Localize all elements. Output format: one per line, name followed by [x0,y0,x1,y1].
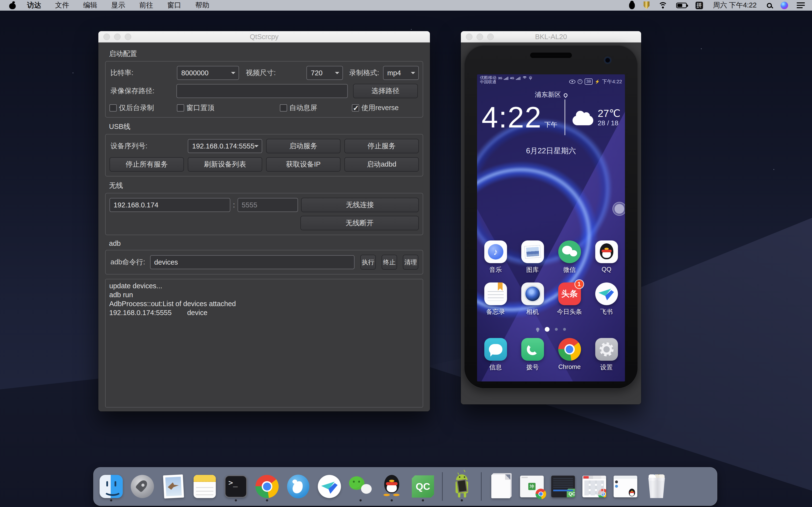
checkbox-background-record[interactable]: 仅后台录制 [109,103,177,113]
checkbox-use-reverse[interactable]: 使用reverse [352,103,399,113]
music-app-icon[interactable]: ♪ [484,240,507,263]
checkbox-screen-off[interactable]: 自动息屏 [280,103,352,113]
dock-minimized-window-qq-chat[interactable] [613,471,638,501]
minimize-button[interactable] [476,34,483,40]
spotlight-search-icon[interactable] [767,3,772,8]
notes-app-icon[interactable] [484,282,507,305]
menu-item-finder[interactable]: 访达 [20,0,48,10]
dialer-app-icon[interactable] [521,338,544,361]
zoom-button[interactable] [487,34,494,40]
feishu-app-icon[interactable] [595,282,618,305]
record-format-combobox[interactable]: mp4 [383,66,419,80]
checkbox-box[interactable] [280,104,287,112]
checkbox-always-on-top[interactable]: 窗口置顶 [177,103,280,113]
finder-icon[interactable] [100,475,123,498]
dock-trash[interactable] [645,471,669,501]
checkbox-box[interactable] [177,104,184,112]
stop-all-services-button[interactable]: 停止所有服务 [109,157,184,172]
battery-icon[interactable] [676,3,687,8]
feishu-icon[interactable] [318,475,341,498]
menu-item-help[interactable]: 帮助 [188,0,216,10]
video-size-combobox[interactable]: 720 [306,66,343,80]
wifi-icon[interactable] [658,2,667,8]
device-serial-combobox[interactable]: 192.168.0.174:5555 [188,139,262,153]
minimized-window-thumbnail[interactable]: 坤 [520,475,544,497]
chrome-app-icon[interactable] [558,338,581,361]
get-device-ip-button[interactable]: 获取设备IP [266,157,341,172]
dock-terminal[interactable]: >_ [224,471,248,501]
minimized-window-thumbnail[interactable] [614,475,637,497]
minimized-window-thumbnail[interactable]: QC [551,475,575,497]
adb-command-input[interactable]: devices [150,255,355,269]
refresh-device-list-button[interactable]: 刷新设备列表 [188,157,262,172]
terminal-icon[interactable]: >_ [225,475,247,498]
zoom-button[interactable] [125,34,131,40]
app-chrome[interactable]: Chrome [551,338,588,372]
qq-icon[interactable] [380,474,403,499]
notification-center-icon[interactable] [797,2,805,8]
dock-launchpad[interactable] [130,471,154,501]
dock-minimized-window-code[interactable]: QC [551,471,575,501]
adb-output-console[interactable]: update devices... adb run AdbProcess::ou… [105,279,423,407]
wireless-disconnect-button[interactable]: 无线断开 [300,216,419,230]
app-gallery[interactable]: 图库 [514,240,551,274]
notes-icon[interactable] [194,475,216,498]
dock-sealion-app[interactable] [286,471,310,501]
dock-minimized-window-kun[interactable]: 坤 [520,471,544,501]
qq-app-icon[interactable] [595,240,618,263]
documents-stack-icon[interactable] [491,475,510,498]
app-messages[interactable]: 信息 [477,338,514,372]
menu-bar-clock[interactable]: 周六 下午4:22 [712,0,758,10]
app-wechat[interactable]: 微信 [551,240,588,274]
qtscrcpy-titlebar[interactable]: QtScrcpy [98,31,430,43]
dock-wechat[interactable] [349,471,373,501]
trash-icon[interactable] [646,474,667,499]
location-row[interactable]: 浦东新区 [477,90,625,99]
wechat-icon[interactable] [349,475,373,498]
dock-qq[interactable] [379,471,404,501]
dock-feishu[interactable] [317,471,342,501]
dock-documents-stack[interactable] [489,471,513,501]
app-feishu[interactable]: 飞书 [588,282,625,316]
start-service-button[interactable]: 启动服务 [266,139,341,153]
toutiao-app-icon[interactable]: 头条 1 [558,282,581,305]
menu-item-go[interactable]: 前往 [132,0,160,10]
app-settings[interactable]: 设置 [588,338,625,372]
clock-weather-widget[interactable]: 4:22 下午 27℃ 28 / 18 [477,100,625,135]
dock-qtscrcpy[interactable]: QC [411,471,435,501]
dock-finder[interactable] [99,471,123,501]
adb-clear-button[interactable]: 清理 [403,255,418,270]
menu-item-view[interactable]: 显示 [104,0,132,10]
camera-app-icon[interactable] [521,282,544,305]
sealion-app-icon[interactable] [287,475,309,498]
shield-status-icon[interactable] [644,1,650,9]
chrome-icon[interactable] [255,475,278,498]
dock-minimized-window-webpage[interactable] [582,471,606,501]
messages-app-icon[interactable] [484,338,507,361]
adb-run-button[interactable]: 执行 [360,255,376,270]
menu-item-file[interactable]: 文件 [48,0,76,10]
app-dialer[interactable]: 拨号 [514,338,551,372]
qtscrcpy-icon[interactable]: QC [412,475,434,498]
bitrate-combobox[interactable]: 8000000 [177,66,239,80]
android-robot-icon[interactable] [450,474,473,499]
app-toutiao[interactable]: 头条 1 今日头条 [551,282,588,316]
close-button[interactable] [103,34,110,40]
siri-icon[interactable] [780,2,788,9]
checkbox-box[interactable] [109,104,117,112]
app-camera[interactable]: 相机 [514,282,551,316]
wireless-ip-input[interactable]: 192.168.0.174 [109,198,230,212]
phone-window-titlebar[interactable]: BKL-AL20 [461,31,641,43]
dock-chrome[interactable] [255,471,279,501]
checkbox-box-checked[interactable] [352,104,359,112]
stop-service-button[interactable]: 停止服务 [344,139,419,153]
dock-mail[interactable] [161,471,186,501]
adb-kill-button[interactable]: 终止 [382,255,397,270]
apple-menu-icon[interactable] [9,1,16,9]
settings-app-icon[interactable] [595,338,618,361]
phone-screen[interactable]: 优酷移动 3G 4G ψ 中国联通 38 [477,74,625,382]
wireless-connect-button[interactable]: 无线连接 [301,198,419,212]
launchpad-icon[interactable] [131,475,154,498]
menu-item-window[interactable]: 窗口 [160,0,188,10]
minimized-window-thumbnail[interactable] [582,475,606,497]
